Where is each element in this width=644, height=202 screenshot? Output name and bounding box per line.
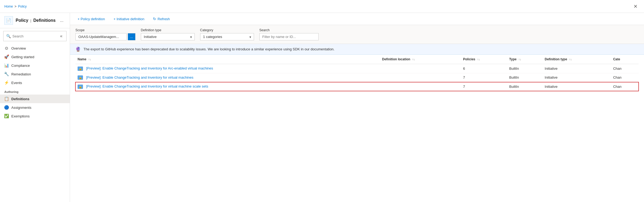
filter-bar: Scope ... Definition type Initiative Pol…	[70, 25, 644, 44]
collapse-sidebar-button[interactable]: «	[59, 33, 64, 40]
scope-input[interactable]	[75, 33, 127, 40]
category-label: Category	[200, 28, 254, 32]
authoring-section-title: Authoring	[0, 87, 70, 95]
sidebar-item-label-overview: Overview	[11, 46, 26, 50]
sidebar-item-getting-started[interactable]: 🚀 Getting started	[0, 53, 70, 61]
notice-icon: 🔮	[75, 47, 81, 52]
assignments-icon: 🔵	[4, 105, 9, 110]
main-layout: 📄 Policy | Definitions ... 🔍 « ⊙ Ov	[0, 13, 644, 202]
row2-type-cell: BuiltIn	[507, 73, 543, 82]
col-definition-type-sort-icon: ↑↓	[569, 58, 572, 61]
col-name-label: Name	[78, 57, 86, 61]
content-area: + Policy definition + Initiative definit…	[70, 13, 644, 202]
page-icon: 📄	[4, 16, 13, 25]
sidebar-item-label-getting-started: Getting started	[11, 55, 34, 59]
top-bar: Home > Policy ✕	[0, 0, 644, 13]
definitions-icon: 📋	[4, 97, 9, 101]
search-icon: 🔍	[6, 34, 11, 38]
row3-name-link[interactable]: [Preview]: Enable ChangeTracking and Inv…	[86, 84, 208, 88]
sidebar-item-label-events: Events	[11, 81, 22, 85]
category-select-wrapper: 1 categories	[200, 33, 254, 40]
toolbar: + Policy definition + Initiative definit…	[70, 13, 644, 25]
sidebar-item-remediation[interactable]: 🔧 Remediation	[0, 70, 70, 78]
sidebar-item-exemptions[interactable]: ✅ Exemptions	[0, 112, 70, 120]
notice-text: The export to GitHub experience has been…	[83, 47, 335, 51]
col-policies[interactable]: Policies ↑↓	[461, 55, 507, 64]
category-select[interactable]: 1 categories	[200, 33, 254, 40]
col-name[interactable]: Name ↑↓	[75, 55, 380, 64]
remediation-icon: 🔧	[4, 72, 9, 76]
col-definition-location[interactable]: Definition location ↑↓	[380, 55, 461, 64]
app-container: Home > Policy ✕ 📄 Policy | Definitions .…	[0, 0, 644, 202]
refresh-label: Refresh	[158, 17, 170, 21]
row2-name-link[interactable]: [Preview]: Enable ChangeTracking and Inv…	[86, 75, 193, 79]
scope-input-row: ...	[75, 33, 135, 40]
col-name-sort-icon: ↑↓	[88, 58, 91, 61]
search-box: 🔍 «	[3, 31, 67, 41]
row2-definition-location-cell	[380, 73, 461, 82]
definitions-table: Name ↑↓ Definition location ↑↓ Policies …	[75, 55, 639, 91]
sidebar-item-label-exemptions: Exemptions	[11, 114, 30, 118]
breadcrumb: Home > Policy	[4, 5, 27, 8]
search-filter-input[interactable]	[259, 33, 319, 40]
page-header: 📄 Policy | Definitions ...	[0, 13, 70, 28]
page-subtitle: Definitions	[33, 18, 56, 23]
scope-more-button[interactable]: ...	[128, 33, 135, 40]
col-policies-label: Policies	[463, 57, 475, 61]
sidebar-item-assignments[interactable]: 🔵 Assignments	[0, 103, 70, 112]
breadcrumb-home[interactable]: Home	[4, 5, 13, 8]
col-category[interactable]: Cate	[611, 55, 639, 64]
exemptions-icon: ✅	[4, 114, 9, 118]
sidebar-item-label-assignments: Assignments	[11, 106, 31, 110]
search-input[interactable]	[12, 34, 57, 38]
notice-bar: 🔮 The export to GitHub experience has be…	[70, 44, 644, 55]
policy-definition-button[interactable]: + Policy definition	[75, 16, 107, 22]
sidebar-nav: ⊙ Overview 🚀 Getting started 📊 Complianc…	[0, 44, 70, 120]
table-header-row: Name ↑↓ Definition location ↑↓ Policies …	[75, 55, 639, 64]
row3-definition-type-cell: Initiative	[542, 82, 611, 91]
definition-type-filter-group: Definition type Initiative Policy	[141, 28, 195, 40]
more-options-button[interactable]: ...	[58, 18, 65, 23]
scope-label: Scope	[75, 28, 135, 32]
row2-policies-cell: 7	[461, 73, 507, 82]
definition-type-select-wrapper: Initiative Policy	[141, 33, 195, 40]
sidebar-item-label-remediation: Remediation	[11, 72, 31, 76]
table-row-highlighted: 🔒 [Preview]: Enable ChangeTracking and I…	[75, 82, 639, 91]
category-filter-group: Category 1 categories	[200, 28, 254, 40]
row1-type-cell: BuiltIn	[507, 64, 543, 73]
col-definition-location-label: Definition location	[382, 57, 410, 61]
sidebar-item-events[interactable]: ⚡ Events	[0, 78, 70, 87]
row1-category-cell: Chan	[611, 64, 639, 73]
row2-name-cell: 🔒 [Preview]: Enable ChangeTracking and I…	[75, 73, 380, 82]
row3-policy-icon: 🔒	[78, 85, 84, 89]
row3-category-cell: Chan	[611, 82, 639, 91]
table-container: Name ↑↓ Definition location ↑↓ Policies …	[70, 55, 644, 202]
svg-text:🔒: 🔒	[79, 76, 82, 79]
definition-type-select[interactable]: Initiative Policy	[141, 33, 195, 40]
table-body: 🔒 [Preview]: Enable ChangeTracking and I…	[75, 64, 639, 91]
scope-filter-group: Scope ...	[75, 28, 135, 40]
page-title: Policy	[16, 18, 28, 23]
sidebar: 📄 Policy | Definitions ... 🔍 « ⊙ Ov	[0, 13, 70, 202]
sidebar-item-overview[interactable]: ⊙ Overview	[0, 44, 70, 53]
getting-started-icon: 🚀	[4, 55, 9, 59]
close-button[interactable]: ✕	[631, 2, 640, 11]
sidebar-item-label-compliance: Compliance	[11, 64, 30, 68]
policy-icon: 📄	[6, 18, 11, 23]
initiative-definition-button[interactable]: + Initiative definition	[112, 16, 147, 22]
sidebar-item-definitions[interactable]: 📋 Definitions	[0, 95, 70, 103]
table-row: 🔒 [Preview]: Enable ChangeTracking and I…	[75, 73, 639, 82]
col-policies-sort-icon: ↑↓	[477, 58, 480, 61]
sidebar-item-compliance[interactable]: 📊 Compliance	[0, 61, 70, 70]
col-type[interactable]: Type ↑↓	[507, 55, 543, 64]
refresh-button[interactable]: ↻ Refresh	[151, 16, 172, 22]
col-category-label: Cate	[613, 57, 620, 61]
row2-policy-icon: 🔒	[78, 75, 84, 80]
breadcrumb-policy[interactable]: Policy	[18, 5, 27, 8]
row2-definition-type-cell: Initiative	[542, 73, 611, 82]
row1-name-link[interactable]: [Preview]: Enable ChangeTracking and Inv…	[86, 66, 213, 70]
row3-name-cell: 🔒 [Preview]: Enable ChangeTracking and I…	[75, 82, 380, 91]
row1-policy-icon: 🔒	[78, 67, 84, 71]
col-definition-type[interactable]: Definition type ↑↓	[542, 55, 611, 64]
overview-icon: ⊙	[4, 46, 9, 50]
